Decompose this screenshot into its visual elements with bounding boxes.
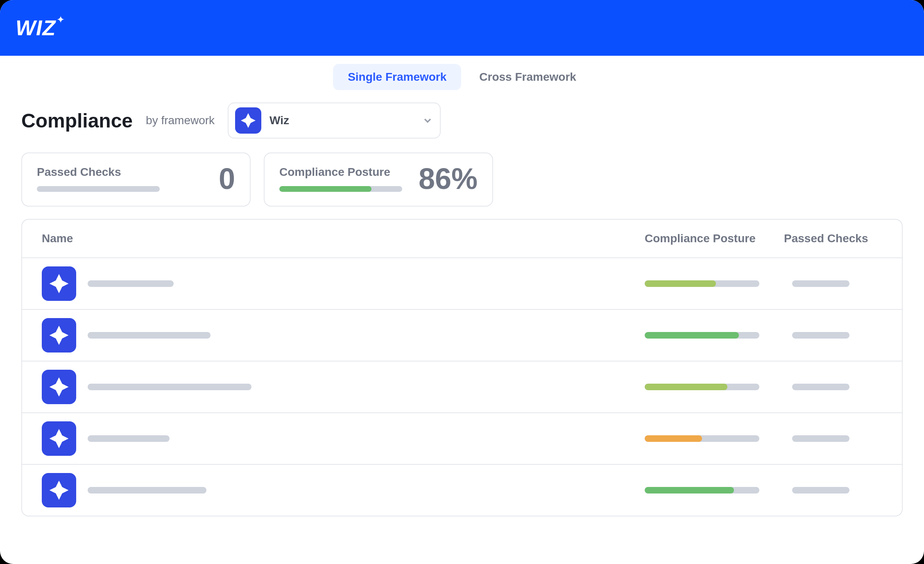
compliance-posture-bar-fill (279, 186, 371, 192)
row-passed-placeholder (792, 487, 849, 494)
tab-single-framework[interactable]: Single Framework (333, 64, 461, 90)
wiz-icon (42, 370, 76, 404)
col-header-passed: Passed Checks (784, 232, 882, 245)
table-body (22, 258, 902, 516)
table-row[interactable] (22, 309, 902, 361)
page-subtitle: by framework (146, 114, 215, 127)
table-row[interactable] (22, 464, 902, 516)
row-posture-fill (645, 487, 734, 494)
framework-select-label: Wiz (270, 114, 414, 127)
passed-checks-value: 0 (219, 164, 235, 193)
frameworks-table: Name Compliance Posture Passed Checks (21, 219, 903, 516)
row-posture-bar (645, 384, 759, 390)
header-bar: WIZ ✦ (0, 0, 924, 56)
compliance-posture-bar (279, 186, 402, 192)
page-title: Compliance (21, 109, 133, 132)
wiz-logo: WIZ ✦ (16, 16, 66, 40)
col-header-name: Name (42, 232, 645, 245)
row-posture-fill (645, 332, 739, 339)
row-posture-bar (645, 280, 759, 287)
row-posture-fill (645, 384, 727, 390)
title-row: Compliance by framework Wiz (21, 102, 903, 139)
row-passed-placeholder (792, 435, 849, 442)
sparkle-icon: ✦ (57, 14, 65, 25)
framework-select[interactable]: Wiz (228, 102, 441, 139)
row-name-placeholder (88, 384, 251, 390)
wiz-icon (42, 266, 76, 301)
wiz-icon (42, 421, 76, 456)
content-area: Single Framework Cross Framework Complia… (0, 56, 924, 516)
row-name-placeholder (88, 332, 211, 339)
row-posture-bar (645, 487, 759, 494)
table-header: Name Compliance Posture Passed Checks (22, 220, 902, 258)
row-name-placeholder (88, 280, 174, 287)
app-window: WIZ ✦ Single Framework Cross Framework C… (0, 0, 924, 564)
tab-row: Single Framework Cross Framework (21, 64, 903, 90)
col-header-posture: Compliance Posture (645, 232, 784, 245)
table-row[interactable] (22, 412, 902, 464)
compliance-posture-card: Compliance Posture 86% (264, 152, 493, 207)
wiz-logo-text: WIZ (16, 16, 56, 40)
row-name-placeholder (88, 435, 170, 442)
passed-checks-bar (37, 186, 160, 192)
chevron-down-icon (422, 115, 433, 126)
wiz-icon (42, 473, 76, 507)
row-posture-fill (645, 435, 702, 442)
stat-cards-row: Passed Checks 0 Compliance Posture 86% (21, 152, 903, 207)
compliance-posture-value: 86% (419, 164, 478, 193)
table-row[interactable] (22, 258, 902, 309)
row-passed-placeholder (792, 280, 849, 287)
wiz-icon (42, 318, 76, 352)
row-passed-placeholder (792, 384, 849, 390)
row-posture-fill (645, 280, 716, 287)
table-row[interactable] (22, 361, 902, 412)
row-passed-placeholder (792, 332, 849, 339)
tab-cross-framework[interactable]: Cross Framework (464, 64, 591, 90)
row-name-placeholder (88, 487, 206, 494)
compliance-posture-label: Compliance Posture (279, 166, 402, 179)
row-posture-bar (645, 435, 759, 442)
passed-checks-label: Passed Checks (37, 166, 160, 179)
passed-checks-card: Passed Checks 0 (21, 152, 251, 207)
wiz-icon (235, 107, 261, 134)
row-posture-bar (645, 332, 759, 339)
